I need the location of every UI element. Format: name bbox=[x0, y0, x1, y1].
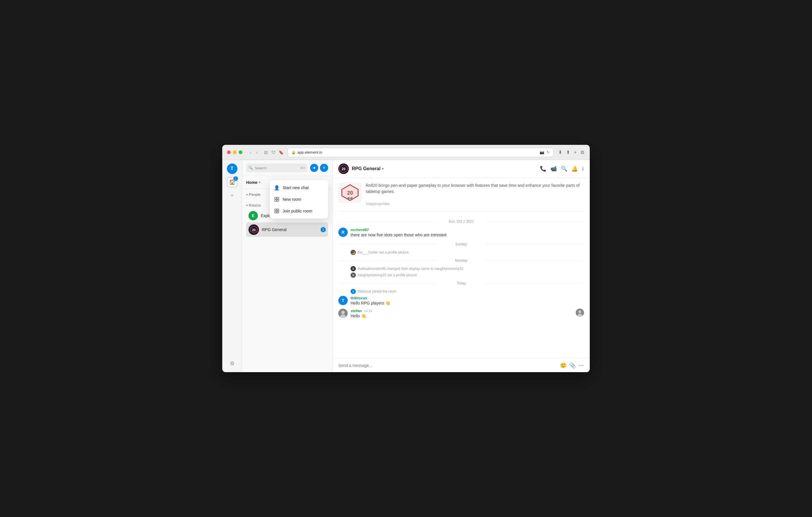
explore-icon: ✦ bbox=[312, 165, 316, 171]
chat-input-area: 🙂 📎 ••• bbox=[332, 359, 590, 372]
svg-rect-4 bbox=[275, 209, 277, 211]
thibiscus-author: thibiscus bbox=[351, 296, 584, 300]
join-room-icon bbox=[274, 208, 280, 214]
download-icon[interactable]: ⬇ bbox=[557, 148, 563, 156]
maximize-button[interactable] bbox=[239, 150, 242, 154]
new-room-label: New room bbox=[283, 197, 301, 202]
join-public-room-item[interactable]: Join public room bbox=[270, 205, 328, 217]
sidebar: 🔍 Search ⌘K ✦ + 👤 Start new chat bbox=[242, 160, 332, 372]
room-name-rpg: RPG General bbox=[262, 227, 318, 232]
rooms-label: Rooms bbox=[249, 203, 261, 208]
thibiscus-avatar: T bbox=[338, 296, 348, 305]
message-stefan: stefan 14:34 Hello 👋 bbox=[338, 307, 584, 320]
back-button[interactable]: ‹ bbox=[248, 149, 253, 156]
info-system-icon: ℹ bbox=[351, 289, 356, 294]
chat-room-name[interactable]: RPG General ▾ bbox=[352, 166, 383, 171]
forward-button[interactable]: › bbox=[254, 149, 259, 156]
search-placeholder: Search bbox=[255, 166, 267, 170]
thatbad-avatar-small: N bbox=[351, 266, 356, 271]
search-bar[interactable]: 🔍 Search ⌘K bbox=[246, 163, 308, 172]
svg-rect-1 bbox=[277, 197, 279, 199]
home-chevron-icon: ▾ bbox=[259, 180, 260, 184]
people-chevron-icon: ▾ bbox=[246, 193, 248, 196]
phone-icon[interactable]: 📞 bbox=[540, 165, 546, 172]
date-divider-oct2: Sun, Oct 2 2022 bbox=[338, 216, 584, 226]
header-actions: 📞 📹 🔍 🔔 ℹ bbox=[540, 165, 584, 172]
people-label: People bbox=[249, 192, 260, 197]
settings-button[interactable]: ⚙ bbox=[227, 358, 237, 369]
traffic-lights bbox=[227, 150, 242, 154]
svg-rect-6 bbox=[275, 211, 277, 213]
message-rocherd87: R rocherd87 there are now five slots ope… bbox=[338, 226, 584, 239]
compose-button[interactable]: ✦ bbox=[310, 164, 318, 172]
add-nav-icon[interactable]: + bbox=[227, 190, 237, 201]
naughty-avatar-small: N bbox=[351, 273, 356, 278]
svg-rect-5 bbox=[277, 209, 279, 211]
start-new-chat-item[interactable]: 👤 Start new chat bbox=[270, 182, 328, 193]
address-bar[interactable]: 🔒 app.element.io 📷 ↻ bbox=[288, 148, 554, 157]
more-options-icon[interactable]: ••• bbox=[579, 363, 584, 368]
system-msg-thatbad: N thatbadmonster86 changed their display… bbox=[338, 266, 584, 272]
browser-chrome: ‹ › ⊡ 🛡 🔖 🔒 app.element.io 📷 ↻ ⬇ ⬆ + ⧉ bbox=[222, 145, 590, 160]
new-room-item[interactable]: New room bbox=[270, 193, 328, 205]
room-item-rpg[interactable]: 20 RPG General 1 bbox=[246, 222, 328, 237]
close-button[interactable] bbox=[227, 150, 231, 154]
video-icon[interactable]: 📹 bbox=[550, 165, 557, 172]
notifications-icon[interactable]: 🔔 bbox=[571, 165, 578, 172]
emoji-icon[interactable]: 🙂 bbox=[560, 362, 567, 369]
home-button[interactable]: Home ▾ bbox=[246, 180, 260, 185]
stefan-time: 14:34 bbox=[364, 309, 372, 313]
browser-icons-right: ⬇ ⬆ + ⧉ bbox=[557, 148, 585, 156]
attach-icon[interactable]: 📎 bbox=[569, 362, 576, 369]
roll20-logo: 20 Roll bbox=[338, 182, 362, 203]
hunter-avatar-small: 🌙 bbox=[351, 250, 356, 255]
message-thibiscus: T thibiscus Hello RPG players 👋 bbox=[338, 295, 584, 307]
svg-rect-7 bbox=[277, 211, 279, 213]
home-badge: 1 bbox=[233, 176, 238, 181]
room-name-chevron-icon: ▾ bbox=[382, 167, 383, 171]
svg-rect-0 bbox=[275, 197, 277, 199]
chat-header: 20 RPG General ▾ 📞 📹 🔍 🔔 ℹ bbox=[332, 160, 590, 178]
refresh-icon[interactable]: ↻ bbox=[547, 150, 550, 154]
sidebar-header: 🔍 Search ⌘K ✦ + 👤 Start new chat bbox=[242, 160, 332, 176]
message-input[interactable] bbox=[338, 363, 557, 368]
rocherd87-content: rocherd87 there are now five slots open … bbox=[351, 227, 584, 238]
svg-text:20: 20 bbox=[252, 228, 256, 232]
app-container: T 🏠 1 + ⚙ 🔍 Search ⌘K ✦ bbox=[222, 160, 590, 372]
thibiscus-join-text: thibiscus joined the room bbox=[357, 290, 396, 294]
system-msg-thibiscus-join: ℹ thibiscus joined the room bbox=[338, 288, 584, 295]
chat-messages: 20 Roll Roll20 brings pen-and-paper game… bbox=[332, 178, 590, 359]
left-rail: T 🏠 1 + ⚙ bbox=[222, 160, 242, 372]
stefan-reaction-avatar bbox=[576, 309, 584, 317]
share-icon[interactable]: ⬆ bbox=[565, 148, 571, 156]
shield-icon[interactable]: 🛡 bbox=[271, 150, 277, 155]
search-kbd: ⌘K bbox=[300, 166, 306, 170]
stefan-avatar bbox=[338, 309, 348, 318]
start-new-chat-label: Start new chat bbox=[283, 185, 309, 190]
room-avatar-exploring: E bbox=[249, 211, 258, 220]
camera-icon: 📷 bbox=[540, 150, 544, 154]
add-button[interactable]: + bbox=[320, 164, 328, 172]
join-public-room-label: Join public room bbox=[283, 209, 312, 213]
room-intro: 20 Roll Roll20 brings pen-and-paper game… bbox=[338, 182, 584, 212]
system-msg-naughty: N naughtymommy22 set a profile picture bbox=[338, 272, 584, 278]
user-avatar[interactable]: T bbox=[227, 163, 237, 174]
svg-text:20: 20 bbox=[342, 167, 346, 171]
home-nav-icon[interactable]: 🏠 1 bbox=[227, 177, 237, 187]
svg-text:Roll: Roll bbox=[348, 197, 353, 200]
minimize-button[interactable] bbox=[233, 150, 236, 154]
tab-grid-icon[interactable]: ⊡ bbox=[263, 150, 269, 155]
browser-icons-left: ⊡ 🛡 🔖 bbox=[263, 150, 284, 155]
thibiscus-content: thibiscus Hello RPG players 👋 bbox=[351, 296, 584, 306]
thatbad-system-text: thatbadmonster86 changed their display n… bbox=[357, 267, 463, 271]
svg-text:20: 20 bbox=[347, 190, 353, 196]
windows-icon[interactable]: ⧉ bbox=[580, 149, 585, 156]
svg-point-20 bbox=[341, 311, 345, 314]
bookmark-icon[interactable]: 🔖 bbox=[278, 150, 284, 155]
new-tab-icon[interactable]: + bbox=[573, 149, 578, 156]
room-avatar-rpg: 20 bbox=[249, 224, 259, 235]
info-icon[interactable]: ℹ bbox=[582, 165, 584, 172]
search-header-icon[interactable]: 🔍 bbox=[561, 165, 567, 172]
thibiscus-text: Hello RPG players 👋 bbox=[351, 300, 584, 306]
stefan-author: stefan bbox=[351, 309, 362, 313]
